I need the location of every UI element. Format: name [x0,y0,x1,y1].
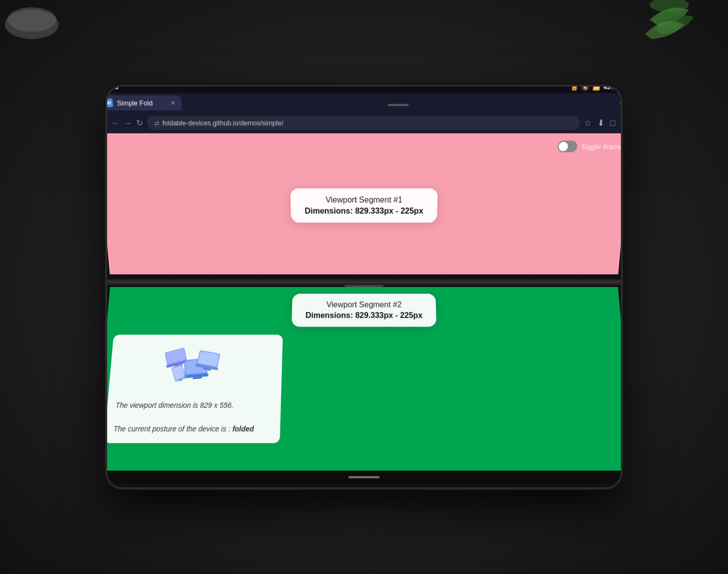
viewport-segment-2: Viewport Segment #2 Dimensions: 829.333p… [107,287,621,471]
toggle-iframe-switch[interactable] [557,141,577,153]
tab-handle-area [183,100,614,106]
segment-2-dims: Dimensions: 829.333px - 225px [305,311,422,320]
screen-top: 12:45 🔒 🔇 📶 43% 🔋 W Simple Fold × [107,87,621,274]
viewport-segment-1: Viewport Segment #1 Dimensions: 829.333p… [107,133,621,274]
screen-bottom: Viewport Segment #2 Dimensions: 829.333p… [107,287,621,484]
toolbar-icons: ☆ ⬇ □ ● [584,118,621,128]
toggle-knob [559,142,569,151]
plant-decoration [640,0,699,39]
url-text: foldable-devices.github.io/demos/simple/ [162,119,283,127]
segment-1-title: Viewport Segment #1 [304,196,424,205]
posture-label: The current posture of the device is : [113,424,230,433]
device-bottom-panel: Viewport Segment #2 Dimensions: 829.333p… [107,287,621,487]
device-shell: 12:45 🔒 🔇 📶 43% 🔋 W Simple Fold × [107,87,621,487]
segment-2-title: Viewport Segment #2 [306,301,422,309]
viewport-dimension-text: The viewport dimension is 829 x 556. [115,399,273,411]
posture-text: The current posture of the device is : f… [113,423,272,435]
foldable-device: 12:45 🔒 🔇 📶 43% 🔋 W Simple Fold × [107,87,621,487]
laptop-illustration-svg [159,343,232,394]
fold-hinge [107,277,621,287]
toggle-iframe-label: Toggle Iframe [581,143,621,151]
object-decoration [0,0,73,39]
posture-value: folded [232,424,254,433]
toggle-iframe-area: Toggle Iframe [557,141,621,153]
segment-1-card: Viewport Segment #1 Dimensions: 829.333p… [290,188,438,222]
laptop-illustration-area [116,343,274,394]
device-top-panel: 12:45 🔒 🔇 📶 43% 🔋 W Simple Fold × [107,87,621,277]
info-text: The viewport dimension is 829 x 556. The… [113,399,273,435]
segment-1-dims: Dimensions: 829.333px - 225px [305,207,424,216]
segment-2-card: Viewport Segment #2 Dimensions: 829.333p… [292,294,437,327]
svg-point-2 [7,7,56,32]
segment-2-card-wrapper: Viewport Segment #2 Dimensions: 829.333p… [107,287,621,331]
info-card: The viewport dimension is 829 x 556. The… [107,335,283,443]
